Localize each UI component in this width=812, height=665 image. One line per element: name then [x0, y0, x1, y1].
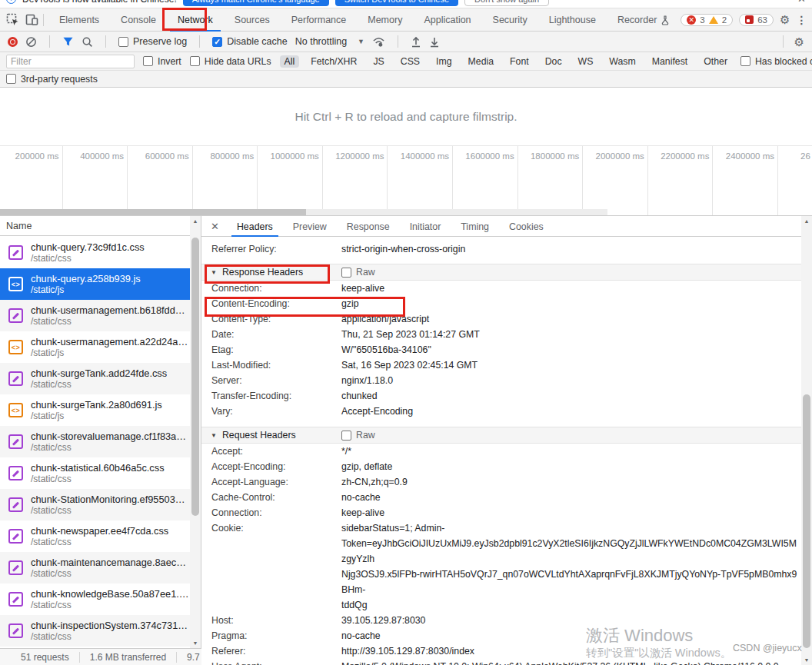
scrollbar-thumb[interactable]: [0, 209, 306, 215]
file-type-icon: [8, 466, 23, 480]
details-tab-response[interactable]: Response: [337, 216, 400, 237]
details-scrollbar[interactable]: ▲ ▼: [801, 216, 812, 665]
request-list-scrollbar[interactable]: ▲ ▼: [190, 216, 201, 648]
invert-checkbox[interactable]: Invert: [143, 56, 181, 67]
header-name: Accept:: [211, 444, 341, 459]
scroll-down-icon[interactable]: ▼: [190, 638, 201, 648]
request-row[interactable]: chunk-surgeTank.add24fde.css /static/css: [0, 363, 190, 394]
details-tab-headers[interactable]: Headers: [227, 216, 283, 237]
network-toolbar: Preserve log Disable cache No throttling…: [0, 32, 812, 52]
resource-type-filter[interactable]: Img: [431, 55, 457, 68]
match-language-button[interactable]: Always match Chrome's language: [183, 0, 329, 6]
throttling-dropdown[interactable]: No throttling ▼: [295, 36, 364, 47]
file-type-icon: [8, 371, 23, 386]
import-har-icon[interactable]: [411, 36, 421, 48]
resource-type-filter[interactable]: JS: [368, 55, 388, 68]
request-name: chunk-statistical.60b46a5c.css: [31, 462, 165, 474]
resource-type-filter[interactable]: Media: [464, 55, 499, 68]
divider: [105, 35, 106, 48]
scroll-down-icon[interactable]: ▼: [801, 655, 812, 665]
request-row[interactable]: <> chunk-surgeTank.2a80d691.js /static/j…: [0, 394, 190, 426]
filter-funnel-icon[interactable]: [62, 36, 74, 47]
timeline-tick: 1200000 ms: [323, 146, 388, 215]
response-raw-checkbox[interactable]: Raw: [341, 267, 375, 278]
tab-security[interactable]: Security: [482, 8, 538, 32]
device-toolbar-icon[interactable]: [25, 12, 38, 28]
export-har-icon[interactable]: [429, 36, 440, 48]
more-options-icon[interactable]: ⋮: [796, 14, 807, 26]
resource-type-filter[interactable]: WS: [574, 55, 598, 68]
preserve-log-checkbox[interactable]: Preserve log: [118, 36, 187, 47]
scrollbar-thumb[interactable]: [803, 394, 810, 648]
network-conditions-icon[interactable]: [372, 36, 385, 48]
request-row[interactable]: chunk-storevaluemanage.cf1f83a8.css /sta…: [0, 426, 190, 457]
request-row[interactable]: chunk-statistical.60b46a5c.css /static/c…: [0, 457, 190, 489]
tab-elements[interactable]: Elements: [48, 8, 110, 32]
tab-recorder[interactable]: Recorder: [607, 8, 681, 32]
disable-cache-checkbox[interactable]: Disable cache: [212, 36, 288, 47]
resource-type-filter[interactable]: Font: [505, 55, 534, 68]
scroll-up-icon[interactable]: ▲: [190, 216, 201, 226]
tab-performance[interactable]: Performance: [281, 8, 358, 32]
scroll-up-icon[interactable]: ▲: [801, 216, 812, 226]
header-value: Accept-Encoding: [341, 404, 413, 419]
request-row[interactable]: <> chunk-query.a258b939.js /static/js: [0, 268, 190, 300]
request-row[interactable]: chunk-usermanagement.b618fdde.css /stati…: [0, 300, 190, 331]
resource-type-filter[interactable]: Fetch/XHR: [306, 55, 361, 68]
resource-type-filter[interactable]: Other: [699, 55, 732, 68]
header-row: Etag: W/"650516ba-34106": [201, 342, 801, 357]
details-tab-cookies[interactable]: Cookies: [499, 216, 554, 237]
tab-network[interactable]: Network: [167, 8, 224, 32]
header-name: Accept-Language:: [211, 474, 341, 490]
timeline-overview[interactable]: 200000 ms400000 ms600000 ms800000 ms1000…: [0, 146, 812, 215]
tab-lighthouse[interactable]: Lighthouse: [538, 8, 607, 32]
infobar-close-icon[interactable]: ✕: [797, 0, 806, 5]
request-row[interactable]: chunk-newspaper.ee4f7cda.css /static/css: [0, 520, 190, 552]
filter-input[interactable]: [6, 55, 135, 68]
request-row[interactable]: chunk-StationMonitoring.ef955033.css /st…: [0, 489, 190, 520]
request-row[interactable]: <> chunk-usermanagement.a22d24a8.js /sta…: [0, 331, 190, 363]
search-icon[interactable]: [82, 36, 93, 48]
details-tab-preview[interactable]: Preview: [283, 216, 337, 237]
switch-to-chinese-button[interactable]: Switch DevTools to Chinese: [335, 0, 458, 6]
resource-type-filter[interactable]: All: [280, 55, 300, 68]
resource-type-filter[interactable]: Wasm: [604, 55, 640, 68]
close-details-icon[interactable]: ✕: [201, 221, 227, 232]
dont-show-again-button[interactable]: Don't show again: [464, 0, 549, 6]
tab-sources[interactable]: Sources: [224, 8, 281, 32]
tab-application[interactable]: Application: [413, 8, 481, 32]
hide-data-urls-checkbox[interactable]: Hide data URLs: [190, 56, 271, 67]
resource-type-filter[interactable]: Manifest: [647, 55, 692, 68]
inspect-element-icon[interactable]: [6, 12, 19, 28]
console-status-badge[interactable]: ✕ 3 2: [681, 14, 733, 26]
record-network-log-icon[interactable]: [8, 37, 18, 47]
network-settings-gear-icon[interactable]: ⚙: [794, 36, 804, 48]
response-headers-section[interactable]: ▼ Response Headers Raw: [201, 264, 801, 281]
status-item: 1.6 MB transferred: [80, 652, 177, 663]
name-column-header[interactable]: Name: [0, 216, 201, 236]
has-blocked-cookies-checkbox[interactable]: Has blocked cookies: [740, 56, 812, 67]
flask-icon: [661, 15, 670, 25]
request-path: /static/css: [31, 505, 190, 516]
third-party-requests-checkbox[interactable]: [6, 74, 16, 84]
tab-memory[interactable]: Memory: [357, 8, 413, 32]
tab-console[interactable]: Console: [110, 8, 167, 32]
settings-gear-icon[interactable]: ⚙: [780, 14, 790, 25]
details-tab-initiator[interactable]: Initiator: [400, 216, 451, 237]
issues-badge[interactable]: 63: [739, 14, 774, 26]
clear-network-log-icon[interactable]: [25, 36, 37, 48]
request-row[interactable]: chunk-knowledgeBase.50a87ee1.css /static…: [0, 584, 190, 615]
request-row[interactable]: chunk-maintenancemanage.8aec5f0f... /sta…: [0, 552, 190, 584]
scrollbar-thumb[interactable]: [191, 238, 199, 516]
disclosure-triangle-icon: ▼: [211, 432, 217, 439]
checkbox-unchecked: [341, 431, 351, 441]
request-row[interactable]: chunk-inspectionSystem.374c7312.css /sta…: [0, 615, 190, 647]
request-raw-checkbox[interactable]: Raw: [341, 430, 375, 441]
resource-type-filter[interactable]: CSS: [396, 55, 424, 68]
request-row[interactable]: chunk-query.73c9fd1c.css /static/css: [0, 237, 190, 268]
timeline-horizontal-scrollbar[interactable]: [0, 209, 607, 215]
resource-type-filter[interactable]: Doc: [541, 55, 567, 68]
request-headers-section[interactable]: ▼ Request Headers Raw: [201, 427, 801, 444]
details-tab-timing[interactable]: Timing: [451, 216, 499, 237]
error-count: 3: [700, 15, 704, 25]
